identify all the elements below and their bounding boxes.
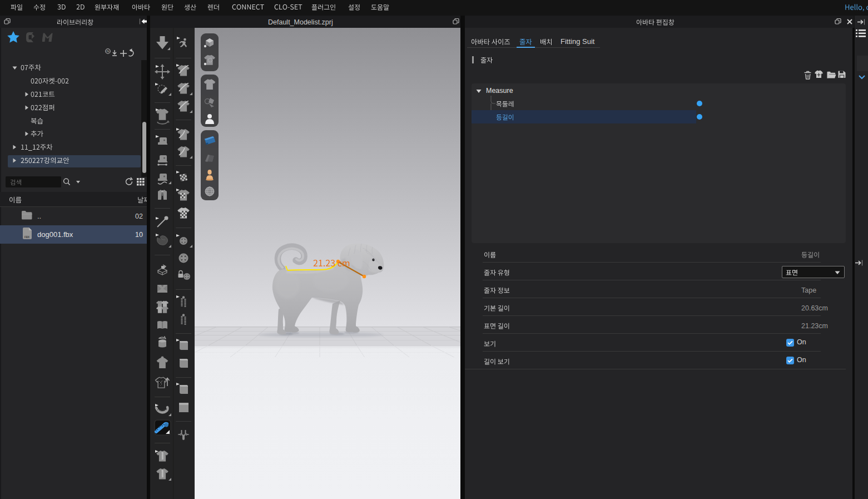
svg-text:FBX: FBX <box>24 236 29 239</box>
svg-text:N: N <box>107 50 109 53</box>
